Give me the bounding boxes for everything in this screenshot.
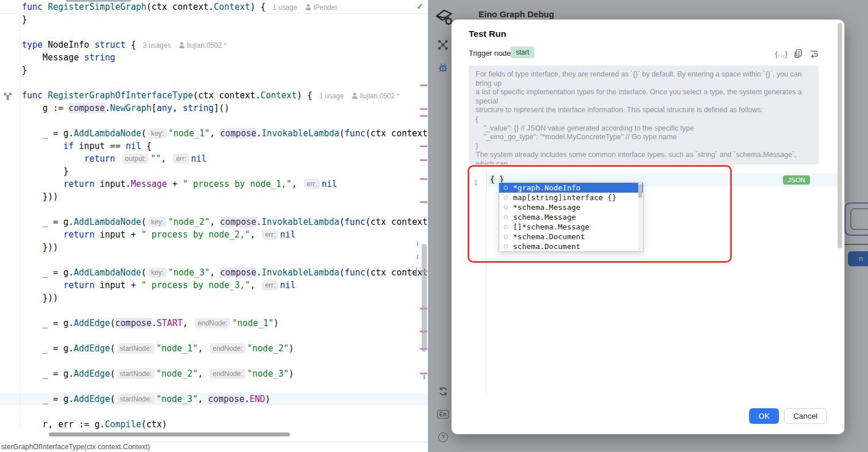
autocomplete-item[interactable]: []*schema.Message <box>499 222 643 232</box>
code-line[interactable] <box>0 405 428 418</box>
autocomplete-item[interactable]: *schema.Message <box>499 202 643 212</box>
code-token: func <box>345 267 365 278</box>
code-line[interactable]: type NodeInfo struct {3 usagesliujian.05… <box>0 39 428 51</box>
code-line[interactable]: } <box>0 165 428 178</box>
breadcrumb-status-bar[interactable]: sterGraphOfInterfaceType(ctx context.Con… <box>0 442 428 452</box>
code-token: compose <box>208 394 244 404</box>
code-line[interactable]: _ = g.AddLambdaNode(key:"node_2", compos… <box>0 216 428 228</box>
autocomplete-item[interactable]: *graph.NodeInfo <box>499 183 643 193</box>
code-line[interactable]: })) <box>0 190 428 203</box>
code-token: NodeInfo <box>43 40 94 50</box>
code-token: _ = g. <box>22 217 74 227</box>
code-token: . <box>256 267 261 278</box>
code-token: ) <box>273 318 279 328</box>
code-line[interactable]: return input + " process by node_2,", er… <box>0 228 428 241</box>
code-line[interactable]: return input.Message + " process by node… <box>0 178 428 190</box>
code-token: ( <box>141 217 146 227</box>
autocomplete-item[interactable]: *schema.Document <box>499 232 643 242</box>
code-line[interactable]: })) <box>0 292 428 304</box>
code-token: AddEdge <box>74 394 110 404</box>
code-line[interactable]: return input + " process by node_3,", er… <box>0 279 428 292</box>
code-token: RegisterSimpleGraph <box>48 2 146 12</box>
code-line[interactable]: } <box>0 13 428 26</box>
format-json-icon[interactable]: {…} <box>776 48 786 59</box>
code-token <box>22 179 63 189</box>
code-line[interactable] <box>0 203 428 216</box>
code-token: AddLambdaNode <box>74 217 141 227</box>
code-token: key: <box>148 217 167 227</box>
code-line[interactable]: _ = g.AddEdge(startNode:"node_1", endNod… <box>0 342 428 355</box>
change-marker <box>420 115 427 117</box>
code-line[interactable]: _ = g.AddLambdaNode(key:"node_3", compos… <box>0 266 428 279</box>
code-token: , <box>250 280 260 290</box>
code-token: Message <box>22 52 84 63</box>
code-line[interactable]: _ = g.AddLambdaNode(key:"node_1", compos… <box>0 127 428 140</box>
code-token: ( <box>110 318 115 328</box>
import-mock-input-icon[interactable] <box>809 48 819 59</box>
type-option-icon <box>504 215 508 219</box>
code-token: ) { <box>250 2 265 12</box>
code-line[interactable]: func RegisterGraphOfInterfaceType(ctx co… <box>0 89 428 102</box>
code-token: output: <box>122 154 149 164</box>
code-token: nil <box>280 229 295 240</box>
code-line[interactable]: Message string <box>0 51 428 64</box>
code-line[interactable]: r, err := g.Compile(ctx) <box>0 418 428 431</box>
author-icon <box>179 42 184 48</box>
code-token: Message <box>131 179 167 189</box>
code-editor[interactable]: func RegisterSimpleGraph(ctx context.Con… <box>0 0 428 442</box>
code-line[interactable]: } <box>0 64 428 76</box>
code-line[interactable] <box>0 76 428 89</box>
code-token: (ctx context. <box>365 267 428 278</box>
code-token: startNode: <box>117 343 155 354</box>
code-token: , <box>198 369 208 379</box>
code-line[interactable]: if input == nil { <box>0 140 428 152</box>
code-line[interactable]: return output:"", err:nil <box>0 152 428 165</box>
change-marker <box>420 85 427 86</box>
code-token: func <box>22 90 43 101</box>
code-token: endNode: <box>210 369 245 379</box>
code-line[interactable]: _ = g.AddEdge(startNode:"node_3", compos… <box>0 393 428 405</box>
code-token: if <box>63 141 74 151</box>
code-token: })) <box>22 293 58 303</box>
cancel-button[interactable]: Cancel <box>784 408 827 424</box>
editor-horizontal-scrollbar[interactable] <box>49 432 290 436</box>
trigger-node-value-badge[interactable]: start <box>511 47 534 58</box>
code-token: InvokableLambda <box>261 217 339 227</box>
dialog-scrollbar[interactable] <box>838 23 842 248</box>
autocomplete-item[interactable]: schema.Message <box>499 212 643 222</box>
code-line[interactable] <box>0 114 428 127</box>
code-token: input. <box>94 179 130 189</box>
code-token: , <box>161 154 171 164</box>
code-line[interactable] <box>0 26 428 39</box>
code-line[interactable] <box>0 380 428 393</box>
code-token: START <box>157 318 183 328</box>
code-token: _ = g. <box>22 267 74 278</box>
ok-button[interactable]: OK <box>749 408 779 424</box>
code-line[interactable] <box>0 330 428 342</box>
code-line[interactable] <box>0 254 428 266</box>
code-line[interactable]: _ = g.AddEdge(startNode:"node_2", endNod… <box>0 367 428 380</box>
code-token: "node_2" <box>168 217 210 227</box>
dialog-title: Test Run <box>469 29 506 39</box>
editor-vertical-scrollbar[interactable] <box>422 244 427 352</box>
graph-gutter-icon[interactable] <box>3 92 12 102</box>
code-line[interactable]: })) <box>0 241 428 254</box>
code-line[interactable]: func RegisterSimpleGraph(ctx context.Con… <box>0 1 428 13</box>
code-token: key: <box>148 128 167 139</box>
code-line[interactable]: _ = g.AddEdge(compose.START, endNode:"no… <box>0 317 428 330</box>
code-token: input == <box>74 141 125 151</box>
autocomplete-item[interactable]: schema.Document <box>499 242 643 251</box>
code-token: , <box>198 394 208 404</box>
code-line[interactable] <box>0 304 428 317</box>
author-icon <box>352 93 357 99</box>
code-token: . <box>256 128 261 139</box>
type-option-icon <box>504 186 508 190</box>
code-token: endNode: <box>195 318 230 328</box>
code-line[interactable] <box>0 355 428 367</box>
autocomplete-scrollbar-thumb[interactable] <box>638 184 642 198</box>
open-brace: { <box>490 175 495 184</box>
code-line[interactable]: g := compose.NewGraph[any, string]() <box>0 102 428 114</box>
code-token: })) <box>22 191 58 202</box>
copy-icon[interactable] <box>793 48 803 59</box>
autocomplete-item[interactable]: map[string]interface {} <box>499 193 643 202</box>
